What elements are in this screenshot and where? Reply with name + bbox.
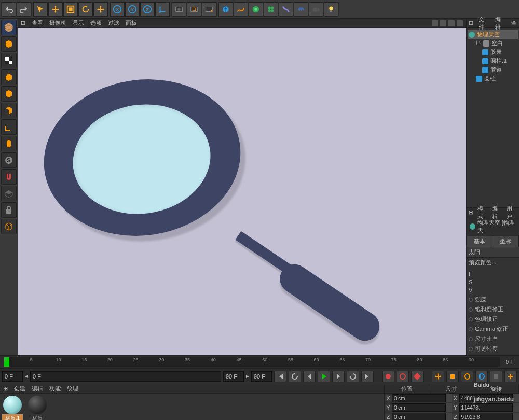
viewport[interactable] <box>18 28 466 355</box>
tree-item-3[interactable]: 圆柱.1 <box>468 57 518 65</box>
snap-button[interactable]: S <box>1 152 17 168</box>
attr-row-0[interactable]: 预览颜色... <box>467 258 519 268</box>
y-axis-button[interactable]: Y <box>125 2 140 17</box>
svg-point-33 <box>386 374 391 379</box>
key-pla-button[interactable] <box>490 371 502 382</box>
menu-display[interactable]: 显示 <box>73 19 84 27</box>
undo-button[interactable] <box>2 2 16 17</box>
tl-end2-field[interactable]: 90 F <box>251 371 272 382</box>
isoparm-button[interactable] <box>1 219 17 234</box>
goto-start-button[interactable] <box>274 371 286 382</box>
goto-end-button[interactable] <box>361 371 374 382</box>
render-settings-button[interactable] <box>202 2 216 17</box>
vp-icon-2[interactable] <box>440 20 446 26</box>
workplane-button[interactable] <box>1 186 17 201</box>
magnet-button[interactable] <box>1 169 17 185</box>
mat-menu-texture[interactable]: 纹理 <box>67 385 78 393</box>
z-axis-button[interactable]: Z <box>140 2 155 17</box>
psr-button[interactable] <box>93 2 108 17</box>
tree-item-4[interactable]: 管道 <box>468 65 518 74</box>
menu-view[interactable]: 查看 <box>32 19 43 27</box>
attr-row-4[interactable]: V <box>467 286 519 295</box>
attr-grid-icon[interactable]: ⊞ <box>469 209 473 216</box>
next-key-button[interactable] <box>347 371 359 382</box>
attr-row-8[interactable]: Gamma 修正 <box>467 324 519 334</box>
mat-menu-edit[interactable]: 编辑 <box>32 385 43 393</box>
attr-row-10[interactable]: 可见强度 <box>467 344 519 354</box>
tree-item-2[interactable]: 胶囊 <box>468 48 518 57</box>
move-button[interactable] <box>48 2 63 17</box>
prev-key-button[interactable] <box>289 371 301 382</box>
attr-tab-edit[interactable]: 编辑 <box>492 205 502 220</box>
render-region-button[interactable] <box>187 2 201 17</box>
attr-subtab-coord[interactable]: 坐标 <box>493 236 520 247</box>
live-select-button[interactable] <box>33 2 48 17</box>
attr-tab-user[interactable]: 用户 <box>507 205 517 220</box>
record-button[interactable] <box>382 371 394 382</box>
key-param-button[interactable]: P <box>475 371 488 382</box>
vp-icon-1[interactable] <box>432 20 438 26</box>
point-mode-button[interactable] <box>1 69 17 85</box>
scale-button[interactable] <box>63 2 78 17</box>
spline-button[interactable] <box>234 2 248 17</box>
cloner-button[interactable] <box>264 2 278 17</box>
attr-tab-mode[interactable]: 模式 <box>477 205 488 220</box>
rp-grid-icon[interactable]: ⊞ <box>469 20 473 26</box>
tree-item-5[interactable]: 圆柱 <box>468 74 518 83</box>
key-move-button[interactable] <box>432 371 444 382</box>
render-button[interactable] <box>172 2 186 17</box>
polygon-mode-button[interactable] <box>1 103 17 118</box>
menu-filter[interactable]: 过滤 <box>108 19 119 27</box>
attr-row-9[interactable]: 尺寸比率 <box>467 334 519 344</box>
mat-menu-create[interactable]: 创建 <box>14 385 25 393</box>
deformer-button[interactable] <box>279 2 293 17</box>
material-1[interactable]: 材质 <box>27 396 48 420</box>
attr-row-6[interactable]: 饱和度修正 <box>467 304 519 314</box>
vp-icon-4[interactable] <box>457 20 463 26</box>
coord-system-button[interactable] <box>155 2 170 17</box>
grid-icon[interactable]: ⊞ <box>21 20 25 26</box>
menu-camera[interactable]: 摄像机 <box>49 19 66 27</box>
autokey-button[interactable] <box>397 371 409 382</box>
tree-item-0[interactable]: 物理天空 <box>468 30 518 39</box>
tl-current-field[interactable]: 0 F <box>30 371 221 382</box>
edge-mode-button[interactable] <box>1 86 17 102</box>
floor-button[interactable] <box>294 2 308 17</box>
tree-item-1[interactable]: L⁰空白 <box>468 39 518 48</box>
menu-options[interactable]: 选项 <box>90 19 102 27</box>
rp-tab-view[interactable]: 查 <box>511 19 517 27</box>
x-axis-button[interactable]: X <box>110 2 125 17</box>
attr-row-3[interactable]: S <box>467 278 519 286</box>
play-button[interactable] <box>318 371 330 382</box>
camera-button[interactable] <box>309 2 323 17</box>
attr-row-5[interactable]: 强度 <box>467 295 519 304</box>
redo-button[interactable] <box>17 2 31 17</box>
key-scale-button[interactable] <box>446 371 459 382</box>
prev-frame-button[interactable] <box>303 371 316 382</box>
timeline[interactable]: 051015202530354045505560657075808590 0 F <box>0 355 519 369</box>
object-mode-button[interactable] <box>1 36 17 52</box>
mat-menu-function[interactable]: 功能 <box>49 385 61 393</box>
material-0[interactable]: 材质.1 <box>2 396 23 420</box>
texture-mode-button[interactable] <box>1 53 17 68</box>
axis-button[interactable] <box>1 119 17 135</box>
attr-row-2[interactable]: H <box>467 270 519 278</box>
light-button[interactable] <box>324 2 338 17</box>
key-extra-button[interactable] <box>504 371 517 382</box>
primitive-button[interactable] <box>218 2 233 17</box>
model-mode-button[interactable] <box>1 20 17 35</box>
menu-panel[interactable]: 面板 <box>126 19 137 27</box>
lock-button[interactable] <box>1 202 17 218</box>
vp-icon-3[interactable] <box>448 20 455 26</box>
attr-row-7[interactable]: 色调修正 <box>467 314 519 324</box>
coordinate-manager: 位置 尺寸 旋转 X0 cmX44861.4Y0 cmY114478.Z0 cm… <box>384 384 519 420</box>
tl-start-field[interactable]: 0 F <box>2 371 23 382</box>
next-frame-button[interactable] <box>332 371 345 382</box>
mouse-button[interactable] <box>1 136 17 151</box>
tl-end1-field[interactable]: 90 F <box>223 371 244 382</box>
generator-button[interactable] <box>249 2 263 17</box>
key-rotate-button[interactable] <box>461 371 473 382</box>
rotate-button[interactable] <box>78 2 93 17</box>
attr-subtab-basic[interactable]: 基本 <box>467 236 493 247</box>
keyframe-button[interactable] <box>411 371 424 382</box>
